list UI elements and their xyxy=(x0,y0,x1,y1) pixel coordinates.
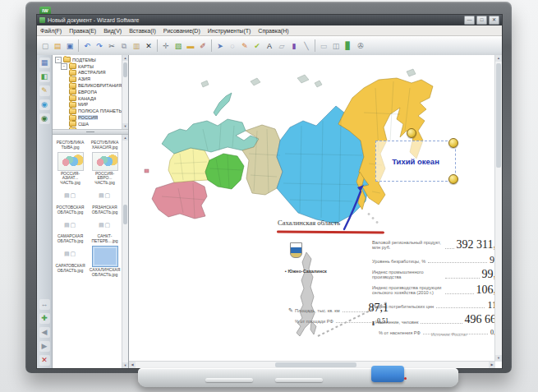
tree-item-evropa[interactable]: ЕВРОПА xyxy=(54,89,122,95)
gallery-thumbnail-map[interactable] xyxy=(92,152,118,171)
menu-item-draw[interactable]: Рисование(D) xyxy=(163,28,200,34)
page-canvas[interactable]: Тихий океан Сахалинская область xyxy=(129,55,502,368)
close-panel-icon[interactable]: ✕ xyxy=(39,355,50,366)
tree-item-avstraliya[interactable]: АВСТРАЛИЯ xyxy=(54,70,122,76)
menu-item-insert[interactable]: Вставка(I) xyxy=(129,28,156,34)
link-icon[interactable]: ✇ xyxy=(355,39,366,53)
resize-handle-top-right[interactable] xyxy=(448,138,458,148)
district-urals[interactable] xyxy=(242,125,283,195)
tree-item-mir[interactable]: МИР xyxy=(54,102,122,108)
board-tools-icon[interactable]: ▬ xyxy=(185,39,196,53)
gallery-panel-icon[interactable]: ▦ xyxy=(39,58,50,68)
district-south[interactable] xyxy=(152,181,207,219)
expand-toggle-icon[interactable]: − xyxy=(55,57,62,63)
brush-icon[interactable]: ✐ xyxy=(197,39,209,53)
fit-page-icon[interactable]: ↔ xyxy=(39,299,50,310)
tree-item-rossiya[interactable]: РОССИЯ xyxy=(54,114,122,121)
lasso-select-icon[interactable]: ◌ xyxy=(227,39,238,53)
pan-icon[interactable]: ✛ xyxy=(160,39,172,53)
chart-icon[interactable]: ▊ xyxy=(343,39,354,53)
tray-pen[interactable] xyxy=(205,378,253,382)
tray-pen[interactable] xyxy=(275,378,323,382)
tree-item-aziya[interactable]: АЗИЯ xyxy=(54,76,122,82)
novaya-zemlya[interactable] xyxy=(214,93,232,116)
close-button[interactable]: ✕ xyxy=(489,16,499,25)
tree-item-ssha[interactable]: США xyxy=(54,121,122,127)
menu-item-view[interactable]: Вид(V) xyxy=(103,28,122,34)
new-document-icon[interactable]: ▢ xyxy=(39,39,51,53)
globe-import-icon[interactable]: ◉ xyxy=(39,113,50,124)
next-page-icon[interactable]: ▶ xyxy=(39,341,50,352)
gallery-thumbnail[interactable]: ▤▢ xyxy=(58,216,83,233)
resize-handle-bottom-right[interactable] xyxy=(448,174,458,184)
gallery-item[interactable]: ▤▢ РЕСПУБЛИКА ХАКАСИЯ.jpg xyxy=(89,135,121,150)
marker-icon[interactable]: ✔ xyxy=(251,39,263,53)
new-page-icon[interactable]: ▭ xyxy=(318,39,329,53)
ocean-textbox[interactable]: Тихий океан xyxy=(375,141,456,182)
redo-icon[interactable]: ↷ xyxy=(94,39,105,53)
kaliningrad[interactable] xyxy=(145,169,149,173)
scroll-down-icon[interactable]: ▼ xyxy=(495,355,502,362)
annotate-pen-icon[interactable]: ✎ xyxy=(39,85,50,96)
gallery-thumbnail[interactable]: ▤▢ xyxy=(58,246,83,263)
gallery-thumbnail-map[interactable] xyxy=(57,152,84,171)
gallery-item[interactable]: ▤▢ РОСТОВСКАЯ ОБЛАСТЬ.jpg xyxy=(54,187,86,215)
cut-icon[interactable]: ✂ xyxy=(106,39,117,53)
gallery-item[interactable]: ▤▢ САНКТ-ПЕТЕРБ....jpg xyxy=(89,216,121,244)
scroll-up-icon[interactable]: ▲ xyxy=(122,135,128,141)
tray-eraser[interactable] xyxy=(371,366,404,382)
scroll-right-icon[interactable]: ▶ xyxy=(489,362,495,368)
tree-item-karty[interactable]: − КАРТЫ xyxy=(54,63,122,70)
menu-item-file[interactable]: Файл(F) xyxy=(40,28,62,34)
canvas-horizontal-scrollbar[interactable]: ◀ ▶ xyxy=(129,361,495,368)
scroll-thumb[interactable] xyxy=(275,362,356,367)
window-titlebar[interactable]: Новый документ - Wizard Software — □ ✕ xyxy=(37,15,502,25)
text-icon[interactable]: A xyxy=(264,39,275,53)
scroll-thumb[interactable] xyxy=(496,63,501,168)
tree-item-polyusa[interactable]: ПОЛЮСА ПЛАНЕТЫ xyxy=(54,108,122,114)
save-icon[interactable]: ▣ xyxy=(64,39,76,53)
gallery-item[interactable]: ▤▢ САРАТОВСКАЯ ОБЛАСТЬ.jpg xyxy=(54,246,86,278)
web-globe-icon[interactable]: ◉ xyxy=(39,99,50,110)
gallery-item-selected[interactable]: САХАЛИНСКАЯ ОБЛАСТЬ.jpg xyxy=(89,246,121,278)
gallery-thumbnail[interactable]: ▤▢ xyxy=(93,216,117,233)
eraser-icon[interactable]: ▱ xyxy=(276,39,287,53)
screen-capture-icon[interactable]: ◧ xyxy=(39,71,50,82)
insert-object-icon[interactable]: ▧ xyxy=(172,39,184,53)
add-page-icon[interactable]: ✚ xyxy=(39,313,50,324)
scroll-up-icon[interactable]: ▲ xyxy=(122,55,128,61)
scroll-left-icon[interactable]: ◀ xyxy=(129,362,136,368)
region-annotation-label[interactable]: Сахалинская область xyxy=(278,219,340,227)
copy-icon[interactable]: ⧉ xyxy=(118,39,130,53)
menu-item-edit[interactable]: Правка(E) xyxy=(69,28,96,34)
shapes-icon[interactable]: ▮ xyxy=(288,39,300,53)
gallery-thumbnail[interactable]: ▤▢ xyxy=(58,187,83,205)
district-volga[interactable] xyxy=(205,154,244,189)
gallery-icon[interactable]: ◫ xyxy=(330,39,342,53)
minimize-button[interactable]: — xyxy=(464,16,475,25)
paste-icon[interactable]: ▥ xyxy=(131,39,142,53)
pen-icon[interactable]: ✎ xyxy=(239,39,251,53)
canvas-vertical-scrollbar[interactable]: ▲ ▼ xyxy=(494,55,502,362)
expand-toggle-icon[interactable]: − xyxy=(61,63,67,70)
maximize-button[interactable]: □ xyxy=(476,16,487,25)
gallery-thumbnail-selected[interactable] xyxy=(92,246,118,267)
tree-item-root[interactable]: − ПОДТЕМЫ xyxy=(54,57,122,63)
select-icon[interactable]: ➤ xyxy=(214,39,226,53)
scroll-up-icon[interactable]: ▲ xyxy=(495,55,502,62)
gallery-item[interactable]: ▤▢ РЯЗАНСКАЯ ОБЛАСТЬ.jpg xyxy=(89,187,121,215)
gallery-item[interactable]: РОССИЯ-АЗИАТ... ЧАСТЬ.jpg xyxy=(54,152,86,186)
scroll-thumb[interactable] xyxy=(123,205,127,224)
gallery-item[interactable]: ▤▢ САМАРСКАЯ ОБЛАСТЬ.jpg xyxy=(54,216,86,244)
menu-item-tools[interactable]: Инструменты(T) xyxy=(208,28,251,34)
undo-icon[interactable]: ↶ xyxy=(81,39,93,53)
district-northwest[interactable] xyxy=(162,119,259,154)
scroll-down-icon[interactable]: ▼ xyxy=(122,362,128,368)
tree-scrollbar[interactable]: ▲ ▼ xyxy=(122,55,128,129)
rotate-handle[interactable] xyxy=(407,128,416,138)
tree-item-kanada[interactable]: КАНАДА xyxy=(54,95,122,102)
gallery-item[interactable]: ▤▢ РЕСПУБЛИКА ТЫВА.jpg xyxy=(54,135,86,150)
prev-page-icon[interactable]: ◀ xyxy=(39,327,50,338)
gallery-thumbnail[interactable]: ▤▢ xyxy=(93,187,117,205)
scroll-thumb[interactable] xyxy=(123,62,127,77)
